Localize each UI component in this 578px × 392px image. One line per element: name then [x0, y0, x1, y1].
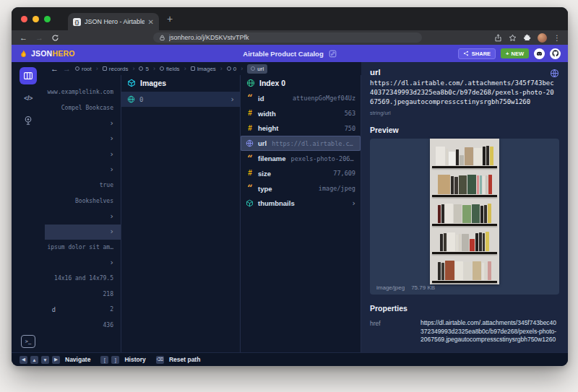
preview-heading: Preview — [370, 126, 559, 134]
desktop: { "browser": { "tab_title": "JSON Hero -… — [0, 0, 578, 392]
list-item[interactable]: d2 — [45, 302, 121, 318]
string-icon: “ — [246, 95, 254, 102]
back-icon[interactable]: ← — [20, 34, 27, 42]
history-back-icon[interactable]: ← — [51, 64, 59, 73]
breadcrumb-item-images[interactable]: Images — [191, 66, 216, 72]
chevron-right-icon: › — [111, 259, 113, 266]
toolbar-actions: ⋮ — [494, 30, 561, 45]
edit-pencil-icon[interactable] — [329, 50, 337, 58]
share-button[interactable]: SHARE — [458, 48, 496, 59]
breadcrumb-separator: › — [241, 65, 243, 72]
logo-text: JSONHERO — [31, 49, 75, 58]
discord-icon[interactable] — [534, 48, 545, 59]
field-row-filename[interactable]: “ filename pexels-photo-2067569.jpeg?… — [241, 151, 361, 166]
chevron-right-icon: › — [231, 96, 234, 103]
object-icon — [246, 199, 254, 207]
breadcrumb-item-root[interactable]: root — [75, 66, 92, 72]
chevron-right-icon: › — [111, 151, 113, 158]
arrow-up-key: ▲ — [30, 356, 38, 364]
field-row-thumbnails[interactable]: thumbnails › — [241, 196, 361, 212]
list-item[interactable]: www.examplelink.com — [45, 84, 121, 100]
preview-meta: image/jpeg 75.79 KB — [376, 284, 435, 291]
rail-bottom: >_ — [12, 335, 45, 348]
close-window-button[interactable] — [21, 16, 27, 22]
list-item[interactable]: Bookshelves — [45, 193, 121, 209]
browser-toolbar: ← → jsonhero.io/j/KD5KVstvTPfk ⋮ — [12, 30, 568, 45]
reset-path-label: Reset path — [169, 356, 200, 363]
breadcrumb-item-url[interactable]: url — [247, 64, 267, 74]
field-row-height[interactable]: # height 750 — [241, 121, 361, 136]
browser-menu-icon[interactable]: ⋮ — [553, 34, 561, 42]
breadcrumb-item-5[interactable]: 5 — [139, 66, 148, 72]
array-item-0[interactable]: 0 › — [121, 92, 240, 107]
miller-columns: www.examplelink.com Compel Bookcase › › … — [45, 75, 361, 352]
list-item[interactable]: true — [45, 178, 121, 193]
history-forward-icon[interactable]: → — [63, 64, 71, 73]
list-item[interactable]: › — [45, 162, 121, 178]
history-label: History — [124, 356, 145, 363]
bookmark-star-icon[interactable] — [509, 34, 517, 42]
left-icon-rail: </> >_ — [12, 62, 45, 352]
object-icon — [246, 79, 255, 87]
list-item[interactable]: › — [45, 209, 121, 225]
preview-card: image/jpeg 75.79 KB — [370, 139, 559, 295]
list-item-highlighted[interactable]: › — [45, 225, 121, 240]
zoom-window-button[interactable] — [44, 16, 51, 22]
list-item[interactable]: 14x16 and 14x79.5 — [45, 271, 121, 287]
list-item[interactable]: › — [45, 116, 121, 131]
chevron-right-icon: › — [353, 200, 355, 207]
tab-close-icon[interactable]: ✕ — [148, 18, 154, 26]
browser-window: {} JSON Hero - Airtable Product ✕ + ← → … — [12, 7, 568, 366]
new-tab-button[interactable]: + — [167, 14, 173, 24]
browser-tab[interactable]: {} JSON Hero - Airtable Product ✕ — [68, 13, 159, 30]
jsonhero-logo[interactable]: JSONHERO — [19, 49, 75, 58]
field-row-size[interactable]: # size 77,609 — [241, 166, 361, 181]
reload-icon[interactable] — [51, 34, 59, 42]
json-view-tab[interactable]: </> — [20, 90, 37, 107]
forward-icon[interactable]: → — [35, 34, 43, 42]
github-icon[interactable] — [550, 48, 561, 59]
list-item[interactable]: 436 — [45, 318, 121, 334]
field-row-type[interactable]: “ type image/jpeg — [241, 181, 361, 196]
preview-photo[interactable] — [430, 139, 499, 284]
field-row-width[interactable]: # width 563 — [241, 106, 361, 121]
profile-avatar[interactable] — [538, 33, 547, 43]
breadcrumb-item-records[interactable]: records — [103, 66, 129, 72]
chevron-right-icon: › — [111, 228, 113, 235]
list-item[interactable]: › — [45, 256, 121, 271]
list-item[interactable]: › — [45, 131, 121, 147]
navigate-label: Navigate — [65, 356, 90, 363]
field-row-url-selected[interactable]: url https://dl.airtable.com/.attach… — [241, 136, 361, 151]
extensions-puzzle-icon[interactable] — [523, 34, 531, 42]
columns-icon — [23, 71, 33, 81]
address-bar[interactable]: jsonhero.io/j/KD5KVstvTPfk — [153, 32, 422, 43]
app-header: JSONHERO Airtable Product Catalog SHARE … — [12, 45, 568, 62]
share-page-icon[interactable] — [494, 34, 502, 42]
minimize-window-button[interactable] — [33, 16, 39, 22]
list-item[interactable]: Compel Bookcase — [45, 100, 121, 116]
list-item[interactable]: › — [45, 147, 121, 162]
breadcrumb: ← → root › records › 5 › fields › Images… — [45, 62, 361, 75]
object-icon — [139, 66, 143, 71]
detail-panel: url https://dl.airtable.com/.attachments… — [361, 62, 568, 352]
terminal-icon[interactable]: >_ — [21, 335, 35, 348]
object-icon — [227, 66, 231, 71]
chevron-right-icon: › — [111, 135, 113, 142]
field-row-id[interactable]: “ id attuenpGoMgef04Uz — [241, 91, 361, 106]
detail-type-label: string/url — [370, 110, 559, 116]
new-document-button[interactable]: + NEW — [501, 48, 529, 58]
breadcrumb-separator: › — [220, 65, 223, 72]
number-icon: # — [246, 170, 254, 177]
tree-view-tab[interactable] — [20, 112, 37, 129]
chevron-right-icon: › — [111, 166, 113, 173]
property-value[interactable]: https://dl.airtable.com/.attachments/345… — [420, 319, 559, 344]
breadcrumb-item-fields[interactable]: fields — [160, 66, 180, 72]
breadcrumb-item-0[interactable]: 0 — [227, 66, 236, 72]
browser-tab-strip: {} JSON Hero - Airtable Product ✕ + — [12, 7, 568, 30]
column-view-tab[interactable] — [20, 67, 37, 84]
number-icon: # — [246, 110, 254, 117]
property-key: href — [370, 319, 412, 344]
list-item[interactable]: 218 — [45, 287, 121, 302]
arrow-down-key: ▼ — [41, 356, 49, 364]
list-item[interactable]: Lorem ipsum dolor sit am… — [45, 240, 121, 256]
